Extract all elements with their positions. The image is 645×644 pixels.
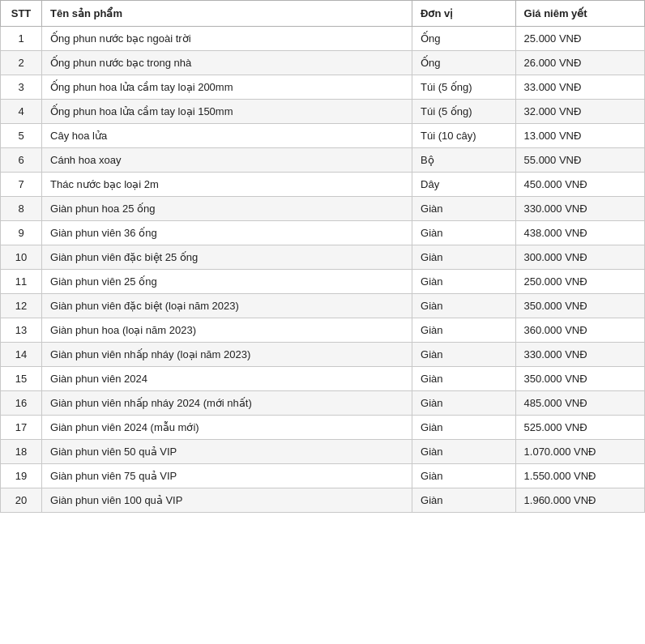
cell-gia: 32.000 VNĐ xyxy=(515,100,644,124)
table-row: 9Giàn phun viên 36 ốngGiàn438.000 VNĐ xyxy=(1,221,645,245)
table-row: 10Giàn phun viên đặc biệt 25 ốngGiàn300.… xyxy=(1,245,645,270)
cell-stt: 14 xyxy=(1,343,42,367)
cell-gia: 485.000 VNĐ xyxy=(515,391,644,416)
table-row: 17Giàn phun viên 2024 (mẫu mới)Giàn525.0… xyxy=(1,416,645,440)
cell-ten: Cánh hoa xoay xyxy=(42,148,412,173)
cell-ten: Ống phun nước bạc trong nhà xyxy=(42,51,412,75)
table-row: 7Thác nước bạc loại 2mDây450.000 VNĐ xyxy=(1,173,645,197)
cell-donvi: Giàn xyxy=(412,221,516,245)
cell-donvi: Giàn xyxy=(412,440,516,464)
cell-donvi: Túi (5 ống) xyxy=(412,100,516,124)
table-row: 15Giàn phun viên 2024Giàn350.000 VNĐ xyxy=(1,367,645,391)
header-donvi: Đơn vị xyxy=(412,1,516,27)
cell-gia: 438.000 VNĐ xyxy=(515,221,644,245)
cell-gia: 33.000 VNĐ xyxy=(515,75,644,100)
cell-gia: 250.000 VNĐ xyxy=(515,270,644,294)
cell-gia: 330.000 VNĐ xyxy=(515,197,644,221)
cell-gia: 25.000 VNĐ xyxy=(515,27,644,51)
cell-stt: 9 xyxy=(1,221,42,245)
cell-gia: 1.550.000 VNĐ xyxy=(515,464,644,488)
cell-stt: 7 xyxy=(1,173,42,197)
cell-ten: Giàn phun viên đặc biệt (loại năm 2023) xyxy=(42,294,412,318)
cell-ten: Giàn phun viên 2024 (mẫu mới) xyxy=(42,416,412,440)
cell-donvi: Bộ xyxy=(412,148,516,173)
cell-ten: Giàn phun viên đặc biệt 25 ống xyxy=(42,245,412,270)
cell-ten: Giàn phun viên 50 quả VIP xyxy=(42,440,412,464)
table-row: 3Ống phun hoa lửa cầm tay loại 200mmTúi … xyxy=(1,75,645,100)
table-row: 1Ống phun nước bạc ngoài trờiỐng25.000 V… xyxy=(1,27,645,51)
header-ten: Tên sản phẩm xyxy=(42,1,412,27)
table-header-row: STT Tên sản phẩm Đơn vị Giá niêm yết xyxy=(1,1,645,27)
cell-ten: Giàn phun viên nhấp nháy (loại năm 2023) xyxy=(42,343,412,367)
cell-gia: 55.000 VNĐ xyxy=(515,148,644,173)
cell-stt: 1 xyxy=(1,27,42,51)
cell-donvi: Giàn xyxy=(412,464,516,488)
cell-ten: Ống phun hoa lửa cầm tay loại 150mm xyxy=(42,100,412,124)
table-row: 6Cánh hoa xoayBộ55.000 VNĐ xyxy=(1,148,645,173)
cell-donvi: Giàn xyxy=(412,270,516,294)
cell-donvi: Giàn xyxy=(412,367,516,391)
cell-donvi: Dây xyxy=(412,173,516,197)
cell-stt: 19 xyxy=(1,464,42,488)
table-row: 2Ống phun nước bạc trong nhàỐng26.000 VN… xyxy=(1,51,645,75)
cell-ten: Giàn phun viên 2024 xyxy=(42,367,412,391)
cell-ten: Giàn phun viên nhấp nháy 2024 (mới nhất) xyxy=(42,391,412,416)
cell-ten: Giàn phun viên 36 ống xyxy=(42,221,412,245)
cell-ten: Giàn phun hoa (loại năm 2023) xyxy=(42,318,412,343)
cell-stt: 10 xyxy=(1,245,42,270)
cell-stt: 18 xyxy=(1,440,42,464)
table-body: 1Ống phun nước bạc ngoài trờiỐng25.000 V… xyxy=(1,27,645,513)
cell-gia: 1.070.000 VNĐ xyxy=(515,440,644,464)
cell-gia: 1.960.000 VNĐ xyxy=(515,488,644,513)
cell-donvi: Giàn xyxy=(412,343,516,367)
cell-gia: 360.000 VNĐ xyxy=(515,318,644,343)
cell-donvi: Giàn xyxy=(412,391,516,416)
cell-gia: 350.000 VNĐ xyxy=(515,367,644,391)
cell-ten: Giàn phun viên 100 quả VIP xyxy=(42,488,412,513)
cell-stt: 11 xyxy=(1,270,42,294)
cell-donvi: Túi (5 ống) xyxy=(412,75,516,100)
main-container: STT Tên sản phẩm Đơn vị Giá niêm yết 1Ốn… xyxy=(0,0,645,644)
table-row: 8Giàn phun hoa 25 ốngGiàn330.000 VNĐ xyxy=(1,197,645,221)
cell-donvi: Giàn xyxy=(412,488,516,513)
cell-donvi: Giàn xyxy=(412,245,516,270)
table-row: 18Giàn phun viên 50 quả VIPGiàn1.070.000… xyxy=(1,440,645,464)
cell-ten: Giàn phun viên 75 quả VIP xyxy=(42,464,412,488)
table-row: 16Giàn phun viên nhấp nháy 2024 (mới nhấ… xyxy=(1,391,645,416)
cell-ten: Giàn phun viên 25 ống xyxy=(42,270,412,294)
cell-stt: 6 xyxy=(1,148,42,173)
cell-stt: 15 xyxy=(1,367,42,391)
cell-gia: 330.000 VNĐ xyxy=(515,343,644,367)
cell-stt: 13 xyxy=(1,318,42,343)
cell-stt: 20 xyxy=(1,488,42,513)
cell-stt: 17 xyxy=(1,416,42,440)
cell-ten: Giàn phun hoa 25 ống xyxy=(42,197,412,221)
product-table: STT Tên sản phẩm Đơn vị Giá niêm yết 1Ốn… xyxy=(0,0,645,513)
cell-ten: Thác nước bạc loại 2m xyxy=(42,173,412,197)
cell-donvi: Giàn xyxy=(412,197,516,221)
table-row: 19Giàn phun viên 75 quả VIPGiàn1.550.000… xyxy=(1,464,645,488)
table-row: 11Giàn phun viên 25 ốngGiàn250.000 VNĐ xyxy=(1,270,645,294)
cell-gia: 350.000 VNĐ xyxy=(515,294,644,318)
cell-stt: 3 xyxy=(1,75,42,100)
cell-donvi: Giàn xyxy=(412,294,516,318)
table-row: 5Cây hoa lửaTúi (10 cây)13.000 VNĐ xyxy=(1,124,645,148)
table-row: 4Ống phun hoa lửa cầm tay loại 150mmTúi … xyxy=(1,100,645,124)
cell-donvi: Giàn xyxy=(412,318,516,343)
header-stt: STT xyxy=(1,1,42,27)
cell-donvi: Túi (10 cây) xyxy=(412,124,516,148)
cell-gia: 13.000 VNĐ xyxy=(515,124,644,148)
cell-stt: 2 xyxy=(1,51,42,75)
cell-ten: Ống phun nước bạc ngoài trời xyxy=(42,27,412,51)
cell-stt: 12 xyxy=(1,294,42,318)
cell-stt: 8 xyxy=(1,197,42,221)
cell-donvi: Ống xyxy=(412,27,516,51)
table-row: 12Giàn phun viên đặc biệt (loại năm 2023… xyxy=(1,294,645,318)
cell-gia: 26.000 VNĐ xyxy=(515,51,644,75)
cell-stt: 4 xyxy=(1,100,42,124)
cell-gia: 300.000 VNĐ xyxy=(515,245,644,270)
cell-donvi: Ống xyxy=(412,51,516,75)
cell-donvi: Giàn xyxy=(412,416,516,440)
table-row: 14Giàn phun viên nhấp nháy (loại năm 202… xyxy=(1,343,645,367)
cell-gia: 525.000 VNĐ xyxy=(515,416,644,440)
